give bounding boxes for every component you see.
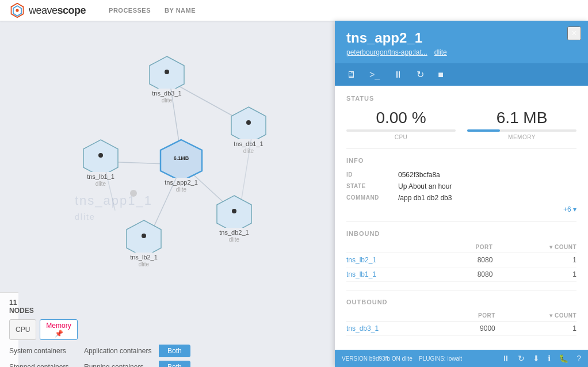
graph-svg [0,21,260,367]
both-container-type-btn[interactable]: Both [159,345,190,357]
node-tns_db2_1[interactable]: tns_db2_1 dlite [216,194,253,243]
outbound-port-header: PORT [444,312,495,322]
info-id-row: ID 0562f3bcfa8a [346,171,576,179]
panel-body: STATUS 0.00 % CPU 6.1 MB MEMORY [335,86,588,350]
node-tns_lb2_1[interactable]: tns_lb2_1 dlite [125,219,162,267]
outbound-table: PORT ▾ COUNT tns_db3_1 9000 1 [346,312,576,336]
inbound-count-header: ▾ COUNT [492,244,576,253]
graph-area: tns_app1_1dlite tns_db3_1 dlite tns_db1_… [0,21,260,367]
command-label: COMMAND [346,194,398,201]
top-nav: weavescope PROCESSES BY NAME [0,0,588,21]
svg-point-10 [130,190,137,197]
id-label: ID [346,171,398,178]
cpu-bar [346,129,456,132]
app-containers-label: Application containers [84,347,159,355]
panel-title: tns_app2_1 [346,30,576,46]
memory-bar [467,129,576,132]
main-canvas: tns_app1_1dlite tns_db3_1 dlite tns_db1_… [0,21,588,367]
inbound-name-header [346,244,440,253]
more-info-link[interactable]: +6 ▾ [346,205,576,213]
info-state-row: STATE Up About an hour [346,182,576,190]
node-tns_app2_1[interactable]: 6.1MB tns_app2_1 dlite [159,139,203,193]
running-containers-label: Running containers [84,363,159,367]
memory-metric-card: 6.1 MB MEMORY [467,109,576,140]
panel-footer: VERSION b9d93fb ON dlite PLUGINS: iowait… [335,350,588,367]
system-containers-label: System containers [9,347,84,355]
inbound-table: PORT ▾ COUNT tns_lb2_1 8080 1 tns_lb1_1 … [346,244,576,282]
nav-by-name[interactable]: BY NAME [165,0,196,21]
footer-bug-icon[interactable]: 🐛 [559,354,568,363]
footer-help-icon[interactable]: ? [576,354,581,363]
bottom-bar: 11 NODES CPU Memory 📌 System containers … [0,292,18,367]
inbound-link-2[interactable]: tns_lb1_1 [346,270,376,278]
footer-version: VERSION b9d93fb ON dlite PLUGINS: iowait [342,355,462,362]
outbound-name-header [346,312,444,322]
cpu-metric-card: 0.00 % CPU [346,109,456,140]
divider-1 [346,148,576,149]
inbound-count-1: 1 [492,253,576,267]
inbound-link-1[interactable]: tns_lb2_1 [346,256,376,264]
info-command-row: COMMAND /app db1 db2 db3 [346,194,576,202]
inbound-port-header: PORT [440,244,493,253]
stop-icon[interactable]: ■ [436,68,446,81]
node-tns_db3_1[interactable]: tns_db3_1 dlite [148,55,185,104]
panel-header: × tns_app2_1 peterbourgon/tns-app:lat...… [335,21,588,63]
refresh-icon[interactable]: ↻ [414,68,426,81]
cpu-label: CPU [346,134,456,140]
footer-download-icon[interactable]: ⬇ [533,354,540,363]
inbound-port-1: 8080 [440,253,493,267]
inbound-count-2: 1 [492,267,576,282]
command-value: /app db1 db2 db3 [398,194,452,202]
outbound-count-header: ▾ COUNT [495,312,576,322]
memory-label: MEMORY [467,134,576,140]
footer-info-icon[interactable]: ℹ [548,354,551,363]
table-row: tns_lb2_1 8080 1 [346,253,576,267]
info-section: ID 0562f3bcfa8a STATE Up About an hour C… [346,171,576,202]
footer-pause-icon[interactable]: ⏸ [502,354,510,363]
table-row: tns_db3_1 9000 1 [346,322,576,336]
memory-value: 6.1 MB [467,109,576,127]
both-container-state-btn[interactable]: Both [159,361,190,367]
node-tns_db1_1[interactable]: tns_db1_1 dlite [230,106,267,154]
inbound-port-2: 8080 [440,267,493,282]
memory-toggle[interactable]: Memory 📌 [40,319,77,340]
divider-3 [346,290,576,290]
host-link[interactable]: dlite [434,48,447,56]
logo: weavescope [9,2,86,18]
svg-point-2 [16,9,18,12]
detail-panel: × tns_app2_1 peterbourgon/tns-app:lat...… [335,21,588,367]
nav-processes[interactable]: PROCESSES [109,0,151,21]
nav-links: PROCESSES BY NAME [109,0,196,21]
id-value: 0562f3bcfa8a [398,171,440,179]
outbound-section-title: OUTBOUND [346,299,576,305]
footer-refresh-icon[interactable]: ↻ [518,354,525,363]
logo-text: weavescope [29,5,86,17]
table-row: tns_lb1_1 8080 1 [346,267,576,282]
panel-toolbar: 🖥 >_ ⏸ ↻ ■ [335,63,588,86]
logo-icon [9,2,25,18]
outbound-link-1[interactable]: tns_db3_1 [346,324,379,332]
status-section-title: STATUS [346,95,576,102]
state-value: Up About an hour [398,182,452,190]
terminal-icon[interactable]: >_ [367,68,382,81]
cpu-value: 0.00 % [346,109,456,127]
image-link[interactable]: peterbourgon/tns-app:lat... [346,48,427,56]
info-section-title: INFO [346,157,576,164]
state-label: STATE [346,182,398,189]
footer-icons: ⏸ ↻ ⬇ ℹ 🐛 ? [502,354,581,363]
node-tns_lb1_1[interactable]: tns_lb1_1 dlite [82,139,119,187]
divider-2 [346,221,576,222]
panel-subtitle: peterbourgon/tns-app:lat... dlite [346,48,576,56]
outbound-port-1: 9000 [444,322,495,336]
memory-bar-fill [467,129,500,132]
outbound-count-1: 1 [495,322,576,336]
metrics-row: 0.00 % CPU 6.1 MB MEMORY [346,109,576,140]
close-button[interactable]: × [567,26,581,40]
pause-icon[interactable]: ⏸ [391,68,405,81]
monitor-icon[interactable]: 🖥 [344,68,358,81]
cpu-toggle[interactable]: CPU [9,319,36,340]
inbound-section-title: INBOUND [346,230,576,237]
stopped-containers-label: Stopped containers [9,363,84,367]
